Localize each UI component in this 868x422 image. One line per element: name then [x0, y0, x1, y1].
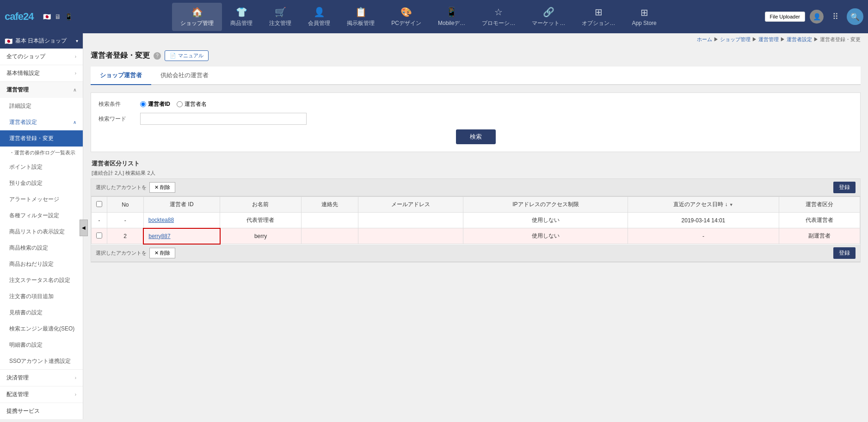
sidebar-item-operator-log[interactable]: ・運営者の操作ログ一覧表示: [0, 147, 83, 159]
collapse-icon[interactable]: ∧: [73, 87, 76, 92]
sidebar-item-order-status[interactable]: 注文ステータス名の設定: [0, 272, 83, 288]
nav-options[interactable]: ⊞ オプション…: [573, 3, 623, 31]
arrow-icon: ›: [75, 71, 76, 76]
sidebar-item-point-settings[interactable]: ポイント設定: [0, 159, 83, 175]
sidebar-item-all-shops[interactable]: 全てのショップ ›: [0, 49, 83, 65]
breadcrumb-shop[interactable]: ショップ管理: [720, 37, 751, 42]
breadcrumb-home[interactable]: ホーム: [697, 37, 712, 42]
tab-shop-operator[interactable]: ショップ運営者: [91, 67, 151, 85]
sidebar-item-seo[interactable]: 検索エンジン最適化(SEO): [0, 321, 83, 337]
th-last-access: 直近のアクセス日時 ↓ ▼: [628, 197, 779, 213]
table-row: 2 berry887 berry 使用しない - 副運営者: [92, 228, 860, 244]
sidebar-item-partner[interactable]: 提携サービス: [0, 403, 83, 419]
nav-member-management[interactable]: 👤 会員管理: [300, 3, 339, 31]
sidebar-item-deposit-settings[interactable]: 預り金の設定: [0, 175, 83, 191]
search-button[interactable]: 🔍: [847, 8, 863, 25]
sidebar-item-sso[interactable]: SSOアカウント連携設定: [0, 353, 83, 369]
mobile-icon[interactable]: 📱: [65, 13, 73, 20]
nav-shop-management[interactable]: 🏠 ショップ管理: [172, 3, 222, 31]
tshirt-icon: 👕: [236, 6, 247, 18]
radio-operator-id-input[interactable]: [140, 101, 146, 107]
select-all-checkbox[interactable]: [96, 201, 102, 207]
nav-product-management[interactable]: 👕 商品管理: [222, 3, 261, 31]
main-layout: 🇯🇵 基本 日本語ショップ ▾ 全てのショップ › 基本情報設定 › 運営管理 …: [0, 33, 868, 422]
manual-button[interactable]: 📄 マニュアル: [165, 50, 209, 61]
th-operator-id: 運営者 ID: [143, 197, 220, 213]
sidebar-item-order-add[interactable]: 注文書の項目追加: [0, 288, 83, 305]
breadcrumb-operator-settings[interactable]: 運営者設定: [787, 37, 812, 42]
top-nav: 🏠 ショップ管理 👕 商品管理 🛒 注文管理 👤 会員管理 📋 掲示板管理 🎨 …: [73, 3, 765, 31]
breadcrumb: ホーム ▶ ショップ管理 ▶ 運営管理 ▶ 運営者設定 ▶ 運営者登録・変更: [83, 33, 868, 46]
search-word-label: 検索ワード: [98, 115, 135, 123]
sidebar-item-quote-settings[interactable]: 見積書の設定: [0, 305, 83, 321]
nav-pc-label: PCデザイン: [391, 19, 421, 27]
shop-selector[interactable]: 🇯🇵 基本 日本語ショップ ▾: [0, 33, 83, 49]
sidebar-item-basic-info[interactable]: 基本情報設定 ›: [0, 65, 83, 82]
board-icon: 📋: [355, 6, 367, 18]
tab-supplier-operator[interactable]: 供給会社の運営者: [151, 67, 218, 85]
breadcrumb-current: 運営者登録・変更: [820, 37, 861, 42]
sidebar-item-payment[interactable]: 決済管理 ›: [0, 369, 83, 386]
nav-appstore[interactable]: ⊞ App Store: [623, 3, 665, 30]
radio-operator-id[interactable]: 運営者ID: [140, 100, 170, 108]
nav-mobile[interactable]: 📱 Mobileデ…: [430, 3, 474, 31]
sidebar-item-operator-register[interactable]: 運営者登録・変更: [0, 130, 83, 147]
collapse-icon2[interactable]: ∧: [73, 120, 76, 125]
grid-menu-icon[interactable]: ⠿: [828, 10, 842, 24]
row1-operator-id[interactable]: bocktea88: [143, 213, 220, 228]
monitor-icon[interactable]: 🖥: [55, 13, 61, 20]
sidebar-item-operator-settings[interactable]: 運営者設定 ∧: [0, 114, 83, 130]
logo[interactable]: cafe24: [5, 11, 34, 23]
row2-checkbox: [92, 228, 107, 244]
search-input[interactable]: [140, 113, 307, 125]
sidebar-item-product-request[interactable]: 商品おねだり設定: [0, 256, 83, 272]
delete-button-bottom[interactable]: ✕ 削除: [149, 248, 175, 258]
radio-operator-name-input[interactable]: [177, 101, 183, 107]
nav-order-label: 注文管理: [269, 19, 291, 27]
nav-order-management[interactable]: 🛒 注文管理: [261, 3, 300, 31]
help-icon[interactable]: ?: [154, 52, 161, 60]
operator-table: No 運営者 ID お名前 連絡先 メールアドレス IPアドレスのアクセス制限 …: [91, 196, 860, 245]
sidebar-collapse-button[interactable]: ◀: [80, 220, 88, 236]
row2-checkbox-input[interactable]: [96, 232, 102, 239]
sidebar-section-operations: 運営管理 ∧: [0, 82, 83, 98]
radio-operator-name[interactable]: 運営者名: [177, 100, 207, 108]
radio-operator-id-label: 運営者ID: [148, 100, 170, 108]
delete-button-top[interactable]: ✕ 削除: [149, 182, 175, 193]
row2-email: [358, 228, 463, 244]
link-icon: 🔗: [543, 6, 554, 18]
register-button-top[interactable]: 登録: [833, 182, 856, 193]
sidebar-item-detail-settings[interactable]: 詳細設定: [0, 98, 83, 114]
sidebar-item-alert-msg[interactable]: アラートメッセージ: [0, 191, 83, 208]
chevron-down-icon: ▾: [76, 38, 78, 43]
search-word-row: 検索ワード: [98, 113, 853, 125]
user-avatar[interactable]: 👤: [810, 10, 824, 24]
cart-icon: 🛒: [275, 6, 286, 18]
shop-name: 基本 日本語ショップ: [15, 37, 73, 45]
sidebar-item-shipping[interactable]: 配送管理 ›: [0, 386, 83, 403]
th-name: お名前: [220, 197, 301, 213]
search-condition-label: 検索条件: [98, 100, 135, 108]
row2-operator-id[interactable]: berry887: [143, 228, 220, 244]
nav-market[interactable]: 🔗 マーケット…: [523, 3, 573, 31]
selected-accounts-label-bottom: 選択したアカウントを: [96, 250, 147, 257]
search-button[interactable]: 検索: [456, 129, 496, 144]
page-title-row: 運営者登録・変更 ? 📄 マニュアル: [91, 50, 861, 61]
nav-pc-design[interactable]: 🎨 PCデザイン: [383, 3, 430, 31]
file-uploader-button[interactable]: File Uploader: [765, 12, 805, 22]
arrow-icon: ›: [75, 392, 76, 397]
sidebar-item-detail-desc[interactable]: 明細書の設定: [0, 337, 83, 353]
radio-group: 運営者ID 運営者名: [140, 100, 207, 108]
th-operator-type: 運営者区分: [779, 197, 860, 213]
top-right: File Uploader 👤 ⠿ 🔍: [765, 8, 863, 25]
nav-promo[interactable]: ☆ プロモーシ…: [474, 3, 523, 31]
sidebar-item-product-search[interactable]: 商品検索の設定: [0, 240, 83, 256]
row2-ip-limit: 使用しない: [463, 228, 628, 244]
breadcrumb-operations[interactable]: 運営管理: [758, 37, 779, 42]
sidebar-item-filter-settings[interactable]: 各種フィルター設定: [0, 208, 83, 224]
register-button-bottom[interactable]: 登録: [833, 247, 856, 259]
manual-icon: 📄: [170, 53, 176, 59]
nav-board-management[interactable]: 📋 掲示板管理: [339, 3, 383, 31]
th-email: メールアドレス: [358, 197, 463, 213]
sidebar-item-product-list-display[interactable]: 商品リストの表示設定: [0, 224, 83, 240]
